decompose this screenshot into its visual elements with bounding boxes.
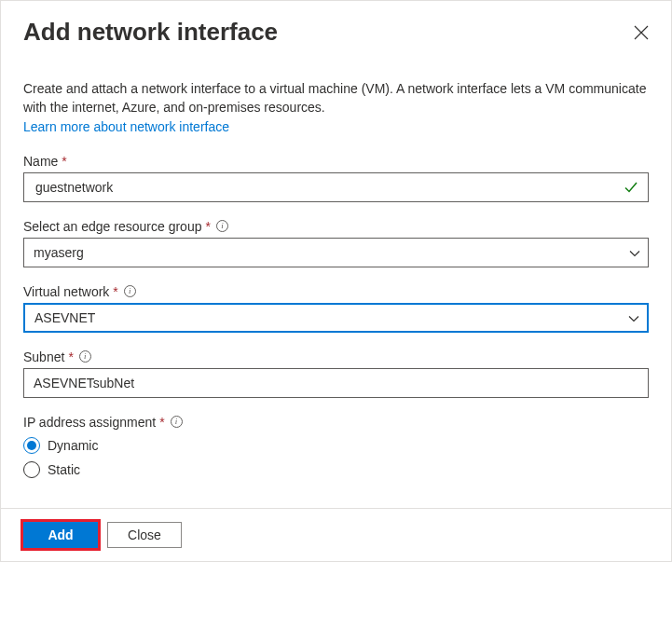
panel-header: Add network interface	[1, 1, 671, 54]
select-value: ASEVNET	[34, 310, 95, 325]
field-label: Select an edge resource group	[23, 219, 201, 234]
field-subnet: Subnet * i ASEVNETsubNet	[23, 349, 649, 398]
radio-icon	[23, 437, 40, 454]
field-rg-label-row: Select an edge resource group * i	[23, 219, 649, 234]
required-asterisk: *	[159, 415, 164, 430]
checkmark-icon	[624, 180, 638, 195]
name-input-wrapper	[23, 172, 649, 202]
subnet-value: ASEVNETsubNet	[34, 376, 134, 390]
ip-assignment-radios: Dynamic Static	[23, 437, 649, 478]
field-subnet-label-row: Subnet * i	[23, 349, 649, 364]
required-asterisk: *	[113, 284, 117, 299]
name-input[interactable]	[34, 179, 614, 196]
field-label: Subnet	[23, 349, 64, 364]
required-asterisk: *	[62, 154, 66, 169]
field-ip-assignment: IP address assignment * i Dynamic Static	[23, 415, 649, 478]
field-label: Name	[23, 154, 58, 169]
radio-label: Static	[48, 462, 80, 477]
radio-icon-selected	[27, 441, 36, 450]
field-name-label-row: Name *	[23, 154, 649, 169]
radio-dynamic[interactable]: Dynamic	[23, 437, 649, 454]
field-label: Virtual network	[23, 284, 109, 299]
radio-static[interactable]: Static	[23, 461, 649, 478]
field-vnet-label-row: Virtual network * i	[23, 284, 649, 299]
info-icon[interactable]: i	[79, 350, 91, 363]
panel-body: Create and attach a network interface to…	[1, 54, 671, 508]
field-label: IP address assignment	[23, 415, 156, 430]
learn-more-link[interactable]: Learn more about network interface	[23, 118, 229, 137]
chevron-down-icon	[629, 247, 640, 258]
required-asterisk: *	[205, 219, 210, 234]
info-icon[interactable]: i	[171, 416, 183, 428]
intro-text: Create and attach a network interface to…	[23, 80, 649, 137]
close-icon[interactable]	[634, 25, 649, 40]
info-icon[interactable]: i	[216, 220, 228, 232]
add-button[interactable]: Add	[23, 522, 98, 548]
panel-title: Add network interface	[23, 18, 278, 47]
subnet-field[interactable]: ASEVNETsubNet	[23, 368, 649, 398]
field-virtual-network: Virtual network * i ASEVNET	[23, 284, 649, 333]
field-resource-group: Select an edge resource group * i myaser…	[23, 219, 649, 267]
chevron-down-icon	[628, 312, 639, 323]
close-button[interactable]: Close	[107, 522, 182, 548]
info-icon[interactable]: i	[124, 285, 136, 297]
field-name: Name *	[23, 154, 649, 202]
resource-group-select[interactable]: myaserg	[23, 238, 649, 267]
virtual-network-select[interactable]: ASEVNET	[23, 303, 649, 333]
radio-label: Dynamic	[48, 438, 98, 453]
intro-paragraph: Create and attach a network interface to…	[23, 81, 646, 115]
add-network-interface-panel: Add network interface Create and attach …	[0, 0, 672, 562]
select-value: myaserg	[34, 245, 84, 260]
panel-footer: Add Close	[1, 508, 671, 561]
required-asterisk: *	[68, 349, 73, 364]
radio-icon	[23, 461, 40, 478]
field-ip-label-row: IP address assignment * i	[23, 415, 649, 430]
